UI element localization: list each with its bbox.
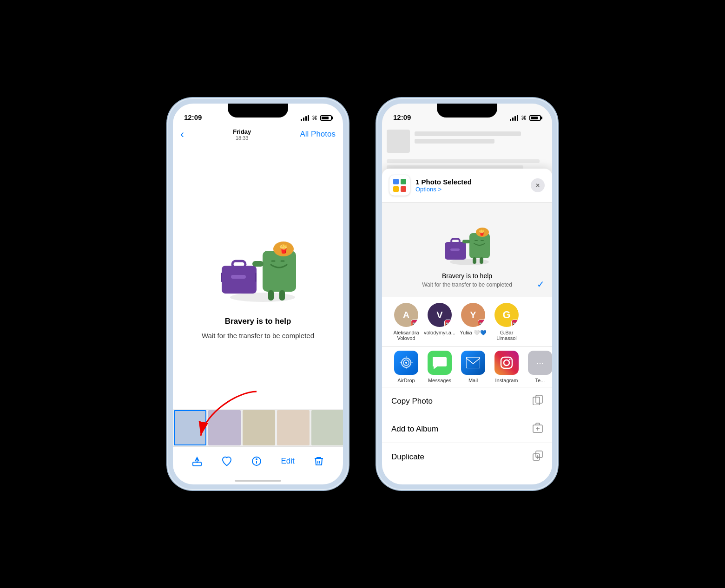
- copy-photo-label: Copy Photo: [391, 397, 433, 406]
- copy-photo-icon: [533, 395, 543, 407]
- instagram-badge-icon: 📷: [411, 320, 418, 327]
- left-phone-screen: 12:09 ⌘ Friday 18:33: [173, 104, 343, 484]
- svg-rect-12: [268, 290, 274, 301]
- share-title: 1 Photo Selected: [415, 178, 531, 186]
- svg-point-0: [230, 293, 295, 302]
- share-preview: 🍟 Bravery is to help Wait for the transf…: [382, 203, 552, 297]
- info-button[interactable]: [251, 456, 262, 467]
- instagram-badge-icon: 📷: [444, 320, 452, 327]
- preview-sticker-svg: 🍟: [439, 212, 495, 268]
- svg-rect-36: [473, 257, 476, 264]
- heart-button[interactable]: [221, 456, 232, 467]
- all-photos-button[interactable]: All Photos: [300, 130, 336, 139]
- battery-icon-right: [529, 115, 541, 121]
- svg-rect-22: [393, 179, 399, 184]
- right-phone: 12:09 ⌘: [376, 98, 558, 490]
- airdrop-label: AirDrop: [397, 378, 415, 383]
- duplicate-icon: [533, 451, 543, 463]
- contact-item[interactable]: G 📷 G.Bar Limassol: [490, 303, 523, 341]
- svg-rect-23: [401, 179, 406, 184]
- svg-rect-6: [263, 251, 296, 292]
- notch-right: [437, 104, 497, 118]
- messages-label: Messages: [428, 378, 451, 383]
- share-close-button[interactable]: ×: [531, 178, 545, 192]
- checkmark-icon: ✓: [537, 279, 545, 290]
- share-title-group: 1 Photo Selected Options >: [415, 178, 531, 193]
- svg-rect-3: [231, 275, 246, 279]
- battery-icon: [320, 115, 332, 121]
- status-icons-right: ⌘: [510, 115, 541, 121]
- duplicate-action[interactable]: Duplicate: [382, 443, 552, 470]
- photo-area: 🍟 Bravery is to help Wait for the transf…: [173, 144, 343, 409]
- more-app-item[interactable]: ··· Te...: [523, 351, 552, 383]
- thumb-item[interactable]: [243, 410, 275, 445]
- instagram-label: Instagram: [495, 378, 518, 383]
- svg-rect-41: [466, 357, 480, 368]
- add-to-album-icon: [533, 423, 543, 435]
- messages-icon: [428, 351, 452, 375]
- sticker-svg: 🍟: [211, 215, 304, 307]
- status-time-right: 12:09: [393, 113, 411, 121]
- svg-rect-29: [450, 248, 460, 251]
- contact-item[interactable]: Y 📷 Yuliia 🤍💙: [456, 303, 490, 341]
- signal-icon-right: [510, 115, 518, 121]
- svg-point-17: [256, 459, 257, 460]
- preview-title: Bravery is to help: [442, 272, 492, 280]
- share-button[interactable]: [191, 456, 203, 467]
- more-label: Te...: [535, 378, 545, 383]
- notch: [228, 104, 288, 118]
- right-phone-screen: 12:09 ⌘: [382, 104, 552, 484]
- thumbnail-strip[interactable]: [173, 409, 343, 446]
- svg-rect-24: [393, 186, 399, 192]
- more-icon: ···: [528, 351, 552, 375]
- svg-point-44: [509, 359, 511, 360]
- bottom-toolbar: Edit: [173, 446, 343, 484]
- instagram-app-item[interactable]: Instagram: [490, 351, 523, 383]
- signal-icon: [301, 115, 309, 121]
- contact-name: Yuliia 🤍💙: [460, 330, 486, 336]
- preview-subtitle: Wait for the transfer to be completed: [422, 281, 512, 288]
- edit-button[interactable]: Edit: [281, 457, 294, 466]
- svg-rect-4: [221, 273, 222, 282]
- thumb-item[interactable]: [208, 410, 241, 445]
- svg-point-43: [504, 360, 509, 366]
- delete-button[interactable]: [313, 456, 324, 467]
- share-sheet: 1 Photo Selected Options > ×: [382, 169, 552, 484]
- svg-rect-25: [401, 186, 406, 192]
- copy-photo-action[interactable]: Copy Photo: [382, 387, 552, 415]
- messages-app-item[interactable]: Messages: [423, 351, 456, 383]
- thumb-item[interactable]: [311, 410, 343, 445]
- contact-item[interactable]: V 📷 volodymyr.a...: [423, 303, 456, 341]
- sticker-illustration: 🍟: [211, 215, 304, 307]
- chevron-left-icon: [180, 128, 184, 141]
- contact-avatar: V 📷: [428, 303, 452, 327]
- svg-rect-13: [279, 290, 285, 301]
- share-header: 1 Photo Selected Options > ×: [382, 169, 552, 203]
- airdrop-app-item[interactable]: AirDrop: [389, 351, 423, 383]
- svg-rect-42: [501, 357, 512, 368]
- svg-rect-1: [222, 266, 257, 294]
- instagram-icon: [494, 351, 519, 375]
- svg-rect-45: [536, 395, 542, 403]
- thumb-item[interactable]: [277, 410, 310, 445]
- airdrop-icon: [394, 351, 418, 375]
- contact-item[interactable]: A 📷 Aleksandra Volovod: [389, 303, 423, 341]
- wifi-icon: ⌘: [312, 115, 317, 121]
- mail-label: Mail: [468, 378, 478, 383]
- status-icons-left: ⌘: [301, 115, 332, 121]
- add-to-album-action[interactable]: Add to Album: [382, 415, 552, 443]
- svg-point-40: [405, 362, 407, 364]
- mail-app-item[interactable]: Mail: [456, 351, 490, 383]
- share-app-icon: [389, 175, 410, 196]
- share-options-link[interactable]: Options >: [415, 186, 531, 193]
- svg-rect-46: [533, 397, 540, 405]
- thumb-item[interactable]: [174, 410, 206, 445]
- back-button[interactable]: [180, 128, 184, 141]
- svg-rect-11: [252, 261, 264, 267]
- svg-rect-28: [451, 239, 460, 243]
- contact-avatar: G 📷: [494, 303, 519, 327]
- contact-avatar: Y 📷: [461, 303, 485, 327]
- preview-sticker: 🍟: [439, 212, 495, 268]
- svg-rect-2: [232, 261, 245, 268]
- home-indicator: [235, 480, 281, 482]
